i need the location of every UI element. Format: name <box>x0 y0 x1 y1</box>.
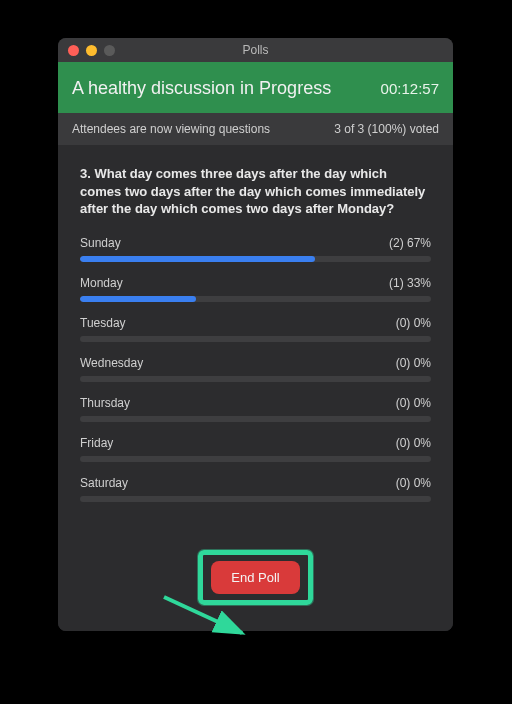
option-bar-track <box>80 336 431 342</box>
status-left: Attendees are now viewing questions <box>72 122 270 136</box>
poll-timer: 00:12:57 <box>381 80 439 97</box>
poll-title: A healthy discussion in Progress <box>72 78 331 99</box>
titlebar: Polls <box>58 38 453 62</box>
option-count: (0) 0% <box>396 356 431 370</box>
option-row: Saturday(0) 0% <box>80 476 431 490</box>
end-poll-button[interactable]: End Poll <box>211 561 299 594</box>
option-row: Friday(0) 0% <box>80 436 431 450</box>
poll-header: A healthy discussion in Progress 00:12:5… <box>58 62 453 113</box>
option-row: Tuesday(0) 0% <box>80 316 431 330</box>
option-label: Wednesday <box>80 356 143 370</box>
poll-options: Sunday(2) 67%Monday(1) 33%Tuesday(0) 0%W… <box>80 236 431 502</box>
option-count: (2) 67% <box>389 236 431 250</box>
minimize-icon[interactable] <box>86 45 97 56</box>
option-row: Sunday(2) 67% <box>80 236 431 250</box>
option-label: Saturday <box>80 476 128 490</box>
poll-option: Saturday(0) 0% <box>80 476 431 502</box>
option-bar-fill <box>80 296 196 302</box>
option-label: Thursday <box>80 396 130 410</box>
poll-option: Monday(1) 33% <box>80 276 431 302</box>
poll-option: Thursday(0) 0% <box>80 396 431 422</box>
option-count: (0) 0% <box>396 476 431 490</box>
option-count: (0) 0% <box>396 436 431 450</box>
status-right: 3 of 3 (100%) voted <box>334 122 439 136</box>
poll-question: 3. What day comes three days after the d… <box>80 165 431 218</box>
option-label: Sunday <box>80 236 121 250</box>
status-bar: Attendees are now viewing questions 3 of… <box>58 113 453 145</box>
option-count: (1) 33% <box>389 276 431 290</box>
option-row: Wednesday(0) 0% <box>80 356 431 370</box>
option-bar-track <box>80 416 431 422</box>
poll-footer: End Poll <box>58 536 453 631</box>
option-bar-track <box>80 376 431 382</box>
highlight-annotation: End Poll <box>198 550 312 605</box>
option-row: Monday(1) 33% <box>80 276 431 290</box>
poll-option: Friday(0) 0% <box>80 436 431 462</box>
option-bar-fill <box>80 256 315 262</box>
option-label: Friday <box>80 436 113 450</box>
zoom-icon[interactable] <box>104 45 115 56</box>
traffic-lights <box>58 45 115 56</box>
option-bar-track <box>80 296 431 302</box>
option-label: Tuesday <box>80 316 126 330</box>
option-bar-track <box>80 496 431 502</box>
option-label: Monday <box>80 276 123 290</box>
option-bar-track <box>80 256 431 262</box>
poll-option: Tuesday(0) 0% <box>80 316 431 342</box>
option-count: (0) 0% <box>396 316 431 330</box>
poll-option: Wednesday(0) 0% <box>80 356 431 382</box>
polls-window: Polls A healthy discussion in Progress 0… <box>58 38 453 631</box>
option-count: (0) 0% <box>396 396 431 410</box>
option-row: Thursday(0) 0% <box>80 396 431 410</box>
option-bar-track <box>80 456 431 462</box>
poll-content: 3. What day comes three days after the d… <box>58 145 453 536</box>
close-icon[interactable] <box>68 45 79 56</box>
poll-option: Sunday(2) 67% <box>80 236 431 262</box>
window-title: Polls <box>58 43 453 57</box>
